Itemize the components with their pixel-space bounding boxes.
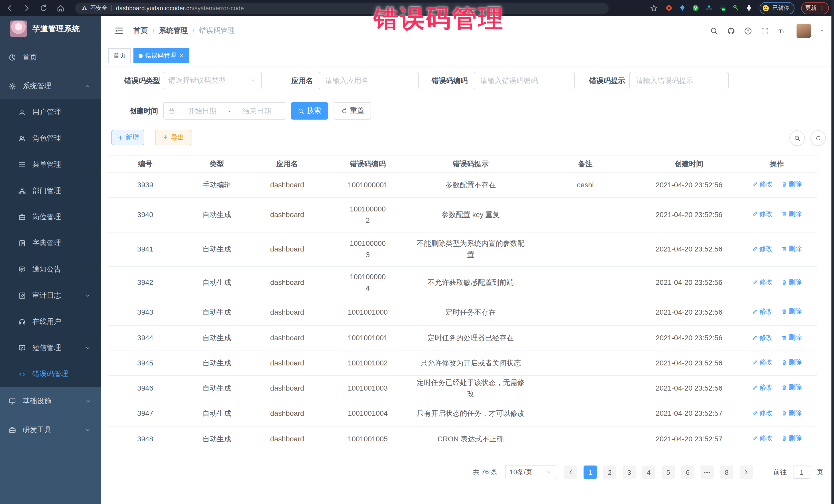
- ext-gem-icon[interactable]: [679, 4, 686, 12]
- fullscreen-icon[interactable]: [761, 26, 769, 35]
- window-scrollbar[interactable]: [831, 0, 834, 504]
- sidebar-item-基础设施[interactable]: 基础设施: [0, 387, 101, 416]
- ext-on-icon[interactable]: on: [719, 4, 726, 12]
- browser-back-icon[interactable]: [5, 3, 14, 13]
- browser-forward-icon[interactable]: [22, 3, 31, 13]
- delete-link[interactable]: 删除: [781, 382, 802, 393]
- tab-首页[interactable]: 首页: [108, 48, 131, 63]
- close-icon[interactable]: [179, 53, 184, 59]
- ext-squares-icon[interactable]: [705, 4, 713, 12]
- edit-link[interactable]: 修改: [752, 382, 773, 393]
- filter-type-select[interactable]: 请选择错误码类型: [163, 72, 262, 89]
- filter-app-input[interactable]: [324, 76, 413, 85]
- table-row: 3945自动生成dashboard1001001002只允许修改为开启或者关闭状…: [108, 351, 817, 375]
- breadcrumb-item[interactable]: 系统管理: [159, 26, 188, 36]
- ext-puzzle-icon[interactable]: [745, 4, 753, 12]
- sidebar-item-label: 岗位管理: [32, 212, 61, 221]
- edit-link[interactable]: 修改: [752, 357, 773, 368]
- edit-link[interactable]: 修改: [752, 277, 773, 287]
- filter-hint-input[interactable]: [635, 76, 723, 85]
- delete-link[interactable]: 删除: [781, 408, 802, 418]
- page-button-6[interactable]: 6: [681, 465, 695, 479]
- sidebar-item-系统管理[interactable]: 系统管理: [0, 73, 101, 99]
- url-path: /system/error-code: [193, 5, 244, 11]
- question-icon[interactable]: ?: [744, 26, 752, 35]
- search-button[interactable]: 搜索: [291, 102, 328, 119]
- add-button[interactable]: 新增: [111, 130, 144, 145]
- date-start-input[interactable]: [177, 106, 227, 115]
- browser-home-icon[interactable]: [56, 3, 65, 13]
- github-icon[interactable]: [727, 26, 736, 35]
- chevron-down-icon: [85, 398, 91, 404]
- sidebar-item-部门管理[interactable]: 部门管理: [0, 178, 101, 204]
- edit-link[interactable]: 修改: [752, 332, 773, 343]
- sidebar-item-用户管理[interactable]: 用户管理: [0, 99, 101, 125]
- chevron-up-icon: [85, 83, 91, 89]
- page-button-5[interactable]: 5: [662, 465, 675, 479]
- delete-link[interactable]: 删除: [781, 209, 802, 219]
- cell-app: dashboard: [251, 267, 323, 299]
- date-end-input[interactable]: [232, 106, 282, 115]
- prev-page-button[interactable]: [564, 465, 577, 479]
- browser-reload-icon[interactable]: [39, 3, 48, 13]
- refresh-table-button[interactable]: [810, 130, 826, 146]
- page-size-select[interactable]: 10条/页: [505, 465, 556, 479]
- next-page-button[interactable]: [740, 465, 753, 479]
- reset-button[interactable]: 重置: [334, 102, 371, 119]
- sidebar-item-通知公告[interactable]: 通知公告: [0, 256, 101, 282]
- app-logo[interactable]: 芋道管理系统: [0, 16, 101, 42]
- more-pages-button[interactable]: •••: [701, 465, 714, 479]
- page-button-4[interactable]: 4: [642, 465, 655, 479]
- goto-page-input[interactable]: [793, 465, 810, 479]
- sidebar-item-错误码管理[interactable]: 错误码管理: [0, 361, 101, 387]
- delete-link[interactable]: 删除: [781, 243, 802, 254]
- page-button-8[interactable]: 8: [720, 465, 733, 479]
- sidebar-item-菜单管理[interactable]: 菜单管理: [0, 151, 101, 178]
- breadcrumb-item[interactable]: 首页: [133, 26, 148, 36]
- sidebar-item-角色管理[interactable]: 角色管理: [0, 125, 101, 151]
- user-avatar[interactable]: [796, 24, 811, 38]
- sidebar-item-短信管理[interactable]: 短信管理: [0, 335, 101, 361]
- caret-down-icon[interactable]: [819, 28, 825, 34]
- edit-link[interactable]: 修改: [752, 243, 773, 254]
- tab-错误码管理[interactable]: 错误码管理: [133, 48, 190, 63]
- ext-key-icon[interactable]: [732, 4, 740, 12]
- filter-date-range[interactable]: -: [163, 102, 286, 119]
- page-button-3[interactable]: 3: [622, 465, 636, 479]
- browser-menu-icon[interactable]: [819, 5, 825, 11]
- delete-link[interactable]: 删除: [781, 433, 802, 443]
- cell-remark: [529, 299, 641, 326]
- edit-link[interactable]: 修改: [752, 209, 773, 219]
- sidebar-item-审计日志[interactable]: 审计日志: [0, 282, 101, 308]
- sidebar-item-字典管理[interactable]: 字典管理: [0, 230, 101, 256]
- toggle-search-button[interactable]: [789, 130, 805, 146]
- browser-profile-badge[interactable]: 已暂停: [760, 2, 794, 14]
- delete-link[interactable]: 删除: [781, 357, 802, 368]
- sidebar-item-在线用户[interactable]: 在线用户: [0, 308, 101, 335]
- sidebar-item-岗位管理[interactable]: 岗位管理: [0, 204, 101, 230]
- edit-link[interactable]: 修改: [752, 179, 773, 190]
- delete-link[interactable]: 删除: [781, 306, 802, 317]
- sidebar-item-首页[interactable]: 首页: [0, 45, 101, 70]
- edit-link[interactable]: 修改: [752, 433, 773, 443]
- edit-link[interactable]: 修改: [752, 408, 773, 418]
- cell-id: 3944: [108, 326, 183, 351]
- delete-link[interactable]: 删除: [781, 332, 802, 343]
- sidebar-collapse-icon[interactable]: [114, 26, 124, 36]
- ext-donut-icon[interactable]: [665, 4, 673, 12]
- delete-link[interactable]: 删除: [781, 179, 802, 190]
- address-bar[interactable]: 不安全 dashboard.yudao.iocoder.cn/system/er…: [75, 2, 609, 14]
- export-button[interactable]: 导出: [155, 130, 192, 145]
- delete-link[interactable]: 删除: [781, 277, 802, 287]
- edit-link[interactable]: 修改: [752, 306, 773, 317]
- font-size-icon[interactable]: TT: [777, 26, 786, 35]
- ext-v-icon[interactable]: [692, 4, 700, 12]
- browser-update-button[interactable]: 更新: [801, 2, 829, 14]
- tree-icon: [18, 187, 26, 195]
- filter-code-input[interactable]: [479, 76, 569, 85]
- sidebar-item-研发工具[interactable]: 研发工具: [0, 416, 101, 444]
- bookmark-star-icon[interactable]: [649, 3, 658, 13]
- page-button-1[interactable]: 1: [584, 465, 597, 479]
- page-button-2[interactable]: 2: [603, 465, 616, 479]
- search-icon[interactable]: [710, 26, 719, 35]
